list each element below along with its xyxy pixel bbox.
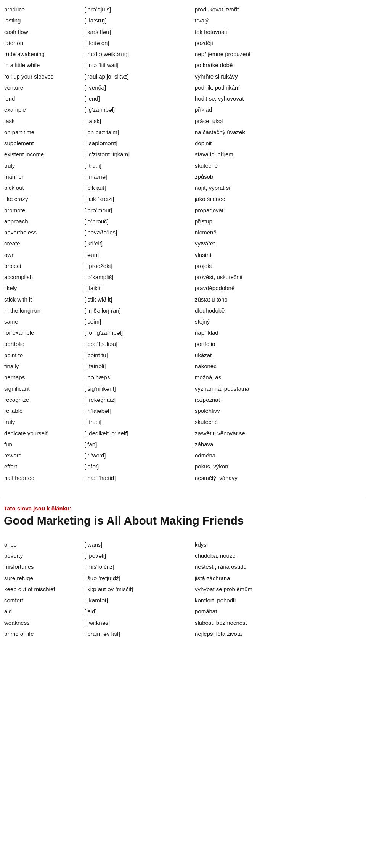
word-cell: once	[2, 539, 82, 550]
table-row: poverty [ ˈpovəti] chudoba, nouze	[2, 550, 364, 561]
phonetic-cell: [ ˈmænə]	[82, 171, 193, 182]
table-row: own [ əun] vlastní	[2, 249, 364, 260]
word-cell: in a little while	[2, 59, 82, 71]
translation-cell: chudoba, nouze	[193, 550, 364, 561]
phonetic-cell: [ prəˈdju:s]	[82, 4, 193, 15]
translation-cell: pravděpodobně	[193, 282, 364, 294]
word-cell: on part time	[2, 127, 82, 138]
translation-cell: komfort, pohodlí	[193, 595, 364, 606]
translation-cell: například	[193, 327, 364, 338]
translation-cell: zůstat u toho	[193, 294, 364, 305]
word-cell: supplement	[2, 138, 82, 149]
word-cell: roll up your sleeves	[2, 71, 82, 82]
table-row: accomplish [ əˈkampliš] provést, uskuteč…	[2, 271, 364, 282]
phonetic-cell: [ stik wið it]	[82, 294, 193, 305]
translation-cell: propagovat	[193, 205, 364, 216]
translation-cell: jistá záchrana	[193, 573, 364, 584]
table-row: nevertheless [ nevəðəˈles] nicméně	[2, 227, 364, 238]
word-cell: aid	[2, 606, 82, 617]
table-row: prime of life [ praim əv laif] nejlepší …	[2, 628, 364, 639]
vocab-table-1: produce [ prəˈdju:s] produkovat, tvořit …	[2, 4, 364, 483]
table-row: cash flow [ kæš fləu] tok hotovosti	[2, 26, 364, 37]
phonetic-cell: [ pəˈhæps]	[82, 372, 193, 383]
phonetic-cell: [ ˈvenčə]	[82, 82, 193, 93]
phonetic-cell: [ ˈrekəgnaiz]	[82, 394, 193, 405]
word-cell: promote	[2, 205, 82, 216]
word-cell: cash flow	[2, 26, 82, 37]
phonetic-cell: [ ki:p aut əv ˈmisčif]	[82, 584, 193, 595]
phonetic-cell: [ ˈkamfət]	[82, 595, 193, 606]
translation-cell: ukázat	[193, 350, 364, 361]
translation-cell: stávající příjem	[193, 149, 364, 160]
table-row: dedicate yourself [ ˈdedikeit jo:ˈself] …	[2, 428, 364, 439]
translation-cell: způsob	[193, 171, 364, 182]
translation-cell: příklad	[193, 104, 364, 115]
word-cell: project	[2, 260, 82, 271]
phonetic-cell: [ efət]	[82, 461, 193, 472]
phonetic-cell: [ seim]	[82, 316, 193, 327]
phonetic-cell: [ prəˈməut]	[82, 205, 193, 216]
phonetic-cell: [ ˈdedikeit jo:ˈself]	[82, 428, 193, 439]
phonetic-cell: [ sig'nifikənt]	[82, 383, 193, 394]
translation-cell: skutečně	[193, 160, 364, 171]
section-label: Tato slova jsou k článku:	[2, 505, 364, 512]
translation-cell: pomáhat	[193, 606, 364, 617]
word-cell: stick with it	[2, 294, 82, 305]
translation-cell: nicméně	[193, 227, 364, 238]
phonetic-cell: [ ˈsapləmənt]	[82, 138, 193, 149]
phonetic-cell: [ əˈkampliš]	[82, 271, 193, 282]
phonetic-cell: [ praim əv laif]	[82, 628, 193, 639]
translation-cell: skutečně	[193, 416, 364, 427]
table-row: pick out [ pik aut] najít, vybrat si	[2, 182, 364, 193]
phonetic-cell: [ ˈwi:knəs]	[82, 617, 193, 628]
table-row: lend [ lend] hodit se, vyhovovat	[2, 93, 364, 104]
table-row: rude awakening [ ru:d əˈweikənɪŋ] nepříj…	[2, 48, 364, 59]
translation-cell: doplnit	[193, 138, 364, 149]
phonetic-cell: [ ˈla:stɪŋ]	[82, 15, 193, 26]
table-row: roll up your sleeves [ rəul ap jo: sli:v…	[2, 71, 364, 82]
table-row: effort [ efət] pokus, výkon	[2, 461, 364, 472]
table-row: later on [ ˈleitə on] později	[2, 37, 364, 48]
translation-cell: neštěstí, rána osudu	[193, 561, 364, 572]
table-row: on part time [ on pa:t taim] na částečný…	[2, 127, 364, 138]
table-row: approach [ əˈprəuč] přístup	[2, 216, 364, 227]
phonetic-cell: [ fan]	[82, 439, 193, 450]
word-cell: same	[2, 316, 82, 327]
table-row: sure refuge [ šuə ˈrefju:dž] jistá záchr…	[2, 573, 364, 584]
table-row: like crazy [ laik ˈkreizi] jako šílenec	[2, 193, 364, 204]
phonetic-cell: [ wans]	[82, 539, 193, 550]
phonetic-cell: [ əˈprəuč]	[82, 216, 193, 227]
table-row: perhaps [ pəˈhæps] možná, asi	[2, 372, 364, 383]
word-cell: manner	[2, 171, 82, 182]
phonetic-cell: [ po:tˈfəuliəu]	[82, 339, 193, 350]
word-cell: rude awakening	[2, 48, 82, 59]
word-cell: like crazy	[2, 193, 82, 204]
word-cell: comfort	[2, 595, 82, 606]
translation-cell: přístup	[193, 216, 364, 227]
phonetic-cell: [ ig'za:mpəl]	[82, 104, 193, 115]
word-cell: effort	[2, 461, 82, 472]
word-cell: lend	[2, 93, 82, 104]
phonetic-cell: [ lend]	[82, 93, 193, 104]
phonetic-cell: [ eid]	[82, 606, 193, 617]
table-row: once [ wans] kdysi	[2, 539, 364, 550]
translation-cell: po krátké době	[193, 59, 364, 71]
translation-cell: rozpoznat	[193, 394, 364, 405]
table-row: significant [ sig'nifikənt] významná, po…	[2, 383, 364, 394]
translation-cell: na částečný úvazek	[193, 127, 364, 138]
translation-cell: podnik, podnikání	[193, 82, 364, 93]
table-row: task [ ta:sk] práce, úkol	[2, 116, 364, 127]
phonetic-cell: [ on pa:t taim]	[82, 127, 193, 138]
phonetic-cell: [ šuə ˈrefju:dž]	[82, 573, 193, 584]
translation-cell: zábava	[193, 439, 364, 450]
phonetic-cell: [ nevəðəˈles]	[82, 227, 193, 238]
translation-cell: nejlepší léta života	[193, 628, 364, 639]
translation-cell: významná, podstatná	[193, 383, 364, 394]
table-row: project [ ˈprodžekt] projekt	[2, 260, 364, 271]
translation-cell: vyhýbat se problémům	[193, 584, 364, 595]
table-row: keep out of mischief [ ki:p aut əv ˈmisč…	[2, 584, 364, 595]
word-cell: keep out of mischief	[2, 584, 82, 595]
table-row: reward [ riˈwo:d] odměna	[2, 450, 364, 461]
table-row: manner [ ˈmænə] způsob	[2, 171, 364, 182]
word-cell: misfortunes	[2, 561, 82, 572]
